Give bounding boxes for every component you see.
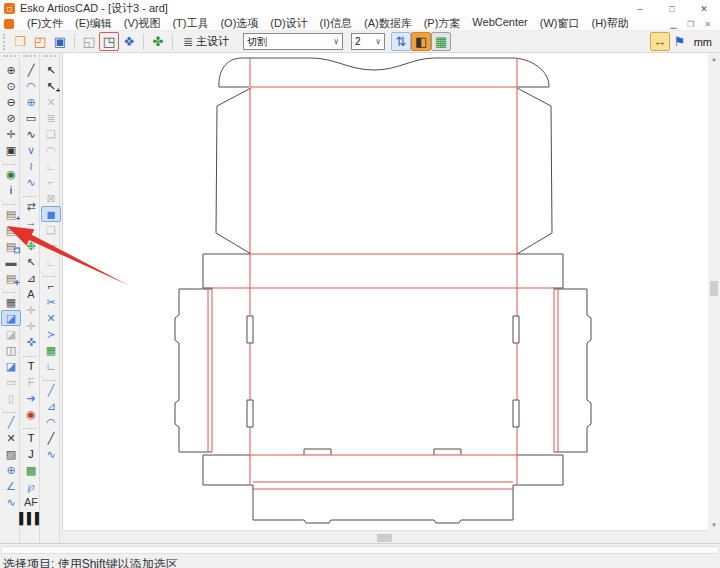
move-graphics-tool[interactable]: ▤✛	[1, 270, 21, 286]
remove-fill-tool[interactable]: ◪	[1, 326, 21, 342]
menu-item-10[interactable]: (W)窗口	[534, 16, 586, 31]
menu-item-8[interactable]: (P)方案	[418, 16, 467, 31]
select-tool[interactable]: ↖	[41, 62, 61, 78]
steps-tool[interactable]: ∟	[41, 254, 61, 270]
pointage-combobox[interactable]: 2 ∨	[351, 33, 385, 50]
scroll-down-icon[interactable]: ▼	[708, 519, 720, 530]
stretch-tool[interactable]: ✛	[21, 318, 41, 334]
zoom-window-tool[interactable]: ⊘	[1, 110, 21, 126]
vertical-scrollbar[interactable]: ▲ ▼	[708, 53, 720, 530]
add-graphics-tool[interactable]: ▤+	[1, 206, 21, 222]
menu-item-0[interactable]: (F)文件	[21, 16, 69, 31]
zoom-previous-tool[interactable]: ⊙	[1, 78, 21, 94]
polyline-tool[interactable]: ∨	[21, 142, 41, 158]
barcode-tool[interactable]: ▌▌▌	[21, 510, 41, 526]
layers-tool[interactable]: ≣	[41, 110, 61, 126]
rebuild-design-button[interactable]: ◳	[99, 32, 119, 51]
dimension-slash-tool[interactable]: ╱	[41, 430, 61, 446]
info-tool[interactable]: i	[1, 182, 21, 198]
open-standard-button[interactable]: ◰	[30, 32, 50, 51]
text-item-tool[interactable]: T	[21, 430, 41, 446]
pointage-updown-button[interactable]: ⇅	[391, 32, 411, 51]
zoom-in-tool[interactable]: ⊕	[1, 62, 21, 78]
menu-item-6[interactable]: (I)信息	[314, 16, 358, 31]
arrow-annotation-tool[interactable]: ➔	[21, 390, 41, 406]
knife-tool[interactable]: ✂	[41, 294, 61, 310]
move-tool[interactable]: ✛	[21, 302, 41, 318]
menu-item-2[interactable]: (V)视图	[118, 16, 167, 31]
rectangle-tool[interactable]: ▭	[21, 110, 41, 126]
edit-group-tool[interactable]: ❏	[41, 126, 61, 142]
adjust-outlines-button[interactable]: ↔	[650, 32, 670, 51]
attachment-tool[interactable]: ℘	[21, 478, 41, 494]
webcenter-publish-button[interactable]: ⚑	[670, 32, 690, 51]
dimension-tool[interactable]: →	[21, 214, 41, 230]
wave-tool[interactable]: ∿	[21, 174, 41, 190]
outline-fill-tool[interactable]: ◫	[1, 342, 21, 358]
circle-tool[interactable]: ⊕	[21, 94, 41, 110]
delete-tool[interactable]: ✕	[1, 430, 21, 446]
close-button[interactable]: ✕	[688, 0, 720, 17]
group-tool[interactable]: ▭	[1, 374, 21, 390]
select-nodes-tool[interactable]: ↖	[21, 254, 41, 270]
minimize-button[interactable]: –	[624, 0, 656, 17]
counter-tool[interactable]: ▦	[41, 342, 61, 358]
menu-item-11[interactable]: (H)帮助	[586, 16, 635, 31]
italic-text-tool[interactable]: J	[21, 446, 41, 462]
cross-references-button[interactable]: ✤	[148, 32, 168, 51]
recenter-tool[interactable]: ◉	[1, 166, 21, 182]
chamfer-tool[interactable]: ⌐	[41, 174, 61, 190]
fillet-tool[interactable]: ∟	[41, 158, 61, 174]
horizontal-scroll-thumb[interactable]	[377, 534, 392, 542]
paragraph-tool[interactable]: F	[21, 374, 41, 390]
copies-tool[interactable]: ❏	[41, 222, 61, 238]
menu-item-3[interactable]: (T)工具	[166, 16, 214, 31]
view-graphics-tool[interactable]: ▣	[1, 142, 21, 158]
design-history-button[interactable]: ◱	[79, 32, 99, 51]
layer-highlight-button[interactable]: ◧	[411, 32, 431, 51]
add-node-tool[interactable]: ✜	[21, 334, 41, 350]
edit-arc-tool[interactable]: ◠	[41, 142, 61, 158]
arc-tool[interactable]: ◠	[21, 78, 41, 94]
menu-item-4[interactable]: (O)选项	[214, 16, 264, 31]
scroll-up-icon[interactable]: ▲	[708, 53, 720, 64]
corner-cut-tool[interactable]: ⌐	[41, 278, 61, 294]
menu-item-9[interactable]: WebCenter	[466, 16, 533, 31]
ruler-tool[interactable]: ⊿	[21, 270, 41, 286]
line-tool[interactable]: ╱	[21, 62, 41, 78]
dimension-arc-tool[interactable]: ◠	[41, 414, 61, 430]
horizontal-scrollbar[interactable]	[62, 530, 708, 543]
vertical-scroll-thumb[interactable]	[710, 281, 718, 296]
menu-item-5[interactable]: (D)设计	[264, 16, 313, 31]
edit-line-tool[interactable]: ╱	[1, 414, 21, 430]
multi-select-tool[interactable]: ↖+	[41, 78, 61, 94]
dimension-angle-tool[interactable]: ⊿	[41, 398, 61, 414]
screen-output-tool[interactable]: ▬	[1, 254, 21, 270]
cube-view-tool[interactable]: ◼	[41, 206, 61, 222]
text-tool[interactable]: T	[21, 358, 41, 374]
viewpoint-tool[interactable]: ◉	[21, 406, 41, 422]
add-fill-tool[interactable]: ◪	[1, 358, 21, 374]
edit-circle-tool[interactable]: ⊕	[1, 462, 21, 478]
convert-to-3d-button[interactable]: ❖	[119, 32, 139, 51]
maximize-button[interactable]: □	[656, 0, 688, 17]
spline-tool[interactable]: ≀	[21, 158, 41, 174]
corner-lines-tool[interactable]: ∠	[1, 478, 21, 494]
zoom-out-tool[interactable]: ⊖	[1, 94, 21, 110]
mdi-restore-button[interactable]: ❐	[682, 17, 699, 31]
table-tool[interactable]: ▦	[1, 294, 21, 310]
export-graphics-tool[interactable]: ▤↓	[1, 222, 21, 238]
text-on-arc-tool[interactable]: A	[21, 286, 41, 302]
open-button[interactable]: ❒	[10, 32, 30, 51]
save-button[interactable]: ▣	[50, 32, 70, 51]
panel-tool[interactable]: ▭	[41, 238, 61, 254]
edit-nodes-tool[interactable]: ❉	[21, 238, 41, 254]
drawing-canvas[interactable]	[62, 53, 708, 530]
menu-item-7[interactable]: (A)数据库	[358, 16, 418, 31]
fill-tool[interactable]: ◪	[1, 310, 21, 326]
hatch-tool[interactable]: ▨	[1, 446, 21, 462]
bitmap-frame-tool[interactable]: ⊠	[41, 190, 61, 206]
hatch-fill-tool[interactable]: ▩	[21, 462, 41, 478]
measure-tool[interactable]: ⇄	[21, 198, 41, 214]
mdi-close-button[interactable]: ✕	[699, 17, 716, 31]
